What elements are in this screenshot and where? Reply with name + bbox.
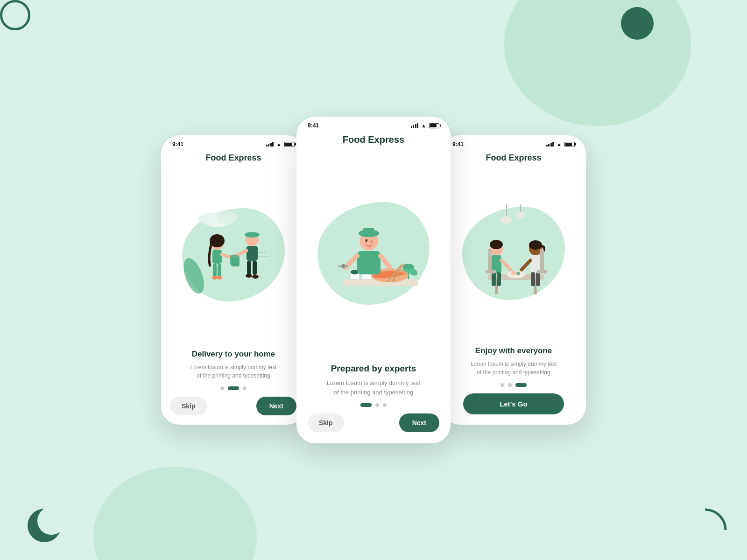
svg-rect-4 — [682, 530, 728, 553]
signal-icon-center — [411, 123, 419, 128]
app-title-left: Food Express — [161, 149, 306, 166]
status-icons-left: ▲ — [266, 141, 295, 147]
svg-rect-13 — [218, 264, 221, 277]
battery-icon-right — [564, 142, 575, 147]
svg-point-49 — [370, 240, 373, 243]
next-button-left[interactable]: Next — [256, 397, 296, 415]
screen-desc-left: Lorem Ipsum is simply dummy textof the p… — [172, 363, 295, 380]
status-bar-center: 9:41 ▲ — [296, 117, 451, 131]
svg-rect-80 — [537, 270, 547, 273]
svg-point-56 — [501, 216, 512, 224]
dot-3-center — [383, 403, 387, 407]
battery-icon-left — [284, 142, 295, 147]
screen-title-left: Delivery to your home — [172, 349, 295, 359]
svg-point-58 — [516, 212, 525, 218]
phone-left: 9:41 ▲ Food Express — [161, 135, 306, 425]
svg-point-63 — [511, 271, 516, 275]
delivery-illustration — [180, 206, 287, 304]
svg-rect-11 — [212, 250, 222, 264]
svg-rect-44 — [357, 251, 381, 274]
svg-rect-22 — [247, 261, 251, 275]
svg-rect-77 — [488, 249, 492, 272]
svg-point-6 — [216, 211, 237, 224]
svg-rect-21 — [247, 246, 258, 261]
status-icons-center: ▲ — [411, 123, 439, 128]
time-right: 9:41 — [452, 141, 464, 147]
dot-2-center — [375, 403, 379, 407]
screen-title-right: Enjoy with everyone — [452, 346, 575, 356]
bg-blob-top-right — [504, 0, 691, 126]
dot-active-left — [228, 386, 239, 390]
bg-blob-bottom-left — [93, 467, 257, 560]
dining-illustration — [460, 204, 567, 302]
dot-active-center — [360, 403, 372, 407]
bg-circle-top-right — [621, 7, 654, 40]
skip-button-left[interactable]: Skip — [170, 397, 207, 415]
status-icons-right: ▲ — [546, 141, 575, 147]
letsgo-button[interactable]: Let's Go — [463, 393, 564, 414]
dot-3-left — [243, 386, 247, 390]
svg-rect-79 — [486, 270, 496, 273]
phone-center: 9:41 ▲ Food Express — [296, 117, 451, 443]
buttons-area-center: Skip Next — [296, 411, 451, 443]
svg-point-64 — [516, 272, 520, 275]
svg-line-76 — [521, 260, 530, 270]
wifi-icon-right: ▲ — [557, 141, 562, 147]
skip-button-center[interactable]: Skip — [308, 413, 344, 432]
svg-rect-20 — [246, 233, 258, 237]
svg-rect-78 — [540, 249, 544, 272]
svg-point-62 — [507, 271, 525, 278]
svg-point-7 — [198, 213, 217, 224]
illustration-area-center — [296, 148, 451, 358]
status-bar-left: 9:41 ▲ — [161, 135, 306, 149]
phone-right: 9:41 ▲ Food Express — [441, 135, 586, 425]
buttons-area-left: Skip Next — [161, 394, 306, 425]
bg-arc-bottom-right — [682, 507, 728, 555]
svg-rect-69 — [497, 272, 501, 286]
dot-2-right — [508, 383, 512, 387]
content-area-center: Prepared by experts Lorem Ipsum is simpl… — [296, 358, 451, 399]
svg-point-66 — [490, 240, 503, 249]
svg-point-8 — [180, 256, 208, 296]
dot-active-right — [515, 383, 527, 387]
signal-icon-right — [546, 142, 554, 147]
app-title-center: Food Express — [296, 131, 451, 148]
svg-line-70 — [501, 260, 510, 270]
svg-line-54 — [381, 256, 390, 267]
battery-icon-center — [429, 123, 439, 128]
svg-point-72 — [529, 240, 542, 250]
illustration-area-left — [161, 166, 306, 344]
svg-point-50 — [366, 239, 367, 241]
time-left: 9:41 — [172, 141, 183, 147]
signal-icon-left — [266, 142, 274, 147]
screen-title-center: Prepared by experts — [308, 363, 439, 375]
dots-area-right — [441, 379, 586, 391]
svg-point-25 — [252, 275, 259, 279]
wifi-icon-left: ▲ — [276, 141, 282, 147]
svg-rect-27 — [230, 255, 239, 265]
status-bar-right: 9:41 ▲ — [441, 135, 586, 149]
app-title-right: Food Express — [441, 149, 586, 166]
time-center: 9:41 — [308, 122, 319, 129]
svg-rect-75 — [536, 272, 540, 286]
svg-point-24 — [246, 274, 252, 278]
screen-desc-right: Lorem Ipsum is simply dummy textof the p… — [452, 360, 575, 377]
svg-rect-53 — [342, 264, 345, 268]
dots-area-left — [161, 383, 306, 394]
illustration-area-right — [441, 166, 586, 341]
svg-point-15 — [217, 276, 222, 280]
next-button-center[interactable]: Next — [399, 413, 439, 432]
content-area-left: Delivery to your home Lorem Ipsum is sim… — [161, 344, 306, 383]
wifi-icon-center: ▲ — [421, 123, 426, 128]
svg-rect-23 — [253, 261, 257, 275]
buttons-area-right: Let's Go — [441, 391, 586, 425]
bg-circle-top-left — [0, 0, 30, 30]
bg-crescent-bottom-left — [26, 507, 63, 546]
phones-container: 9:41 ▲ Food Express — [161, 117, 586, 443]
dot-1-left — [220, 386, 224, 390]
dot-1-right — [500, 383, 504, 387]
svg-rect-68 — [492, 272, 496, 286]
chef-illustration — [315, 200, 432, 307]
svg-rect-12 — [213, 264, 217, 277]
svg-rect-47 — [363, 228, 374, 235]
